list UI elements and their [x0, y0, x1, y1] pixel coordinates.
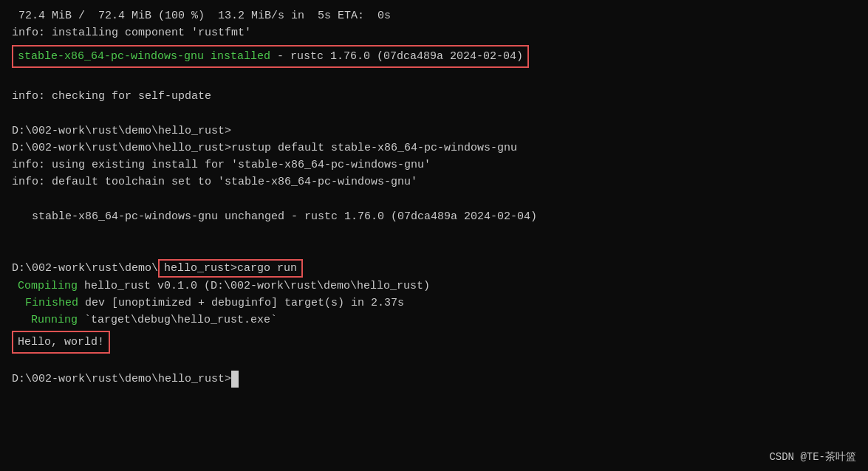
empty-line-6 [12, 354, 856, 371]
info-using-existing-line: info: using existing install for 'stable… [12, 157, 856, 173]
hello-world-container: Hello, world! [12, 331, 856, 354]
empty-line-4 [12, 225, 856, 242]
cargo-run-line: D:\002-work\rust\demo\hello_rust>cargo r… [12, 260, 856, 277]
finished-line: Finished dev [unoptimized + debuginfo] t… [12, 295, 856, 312]
terminal: 72.4 MiB / 72.4 MiB (100 %) 13.2 MiB/s i… [0, 0, 868, 471]
rustup-default-line: D:\002-work\rust\demo\hello_rust>rustup … [12, 140, 856, 157]
empty-line-2 [12, 105, 856, 122]
prompt-line-1: D:\002-work\rust\demo\hello_rust> [12, 123, 856, 140]
info-default-toolchain-line: info: default toolchain set to 'stable-x… [12, 173, 856, 190]
running-line: Running `target\debug\hello_rust.exe` [12, 312, 856, 329]
stable-unchanged-line: stable-x86_64-pc-windows-gnu unchanged -… [12, 208, 856, 225]
stable-installed-box: stable-x86_64-pc-windows-gnu installed -… [12, 45, 856, 68]
compiling-line: Compiling hello_rust v0.1.0 (D:\002-work… [12, 278, 856, 295]
compiling-keyword: Compiling [18, 280, 78, 292]
running-keyword: Running [31, 314, 78, 326]
stable-installed-highlight: stable-x86_64-pc-windows-gnu installed -… [12, 45, 529, 68]
hello-world-text: Hello, world! [12, 331, 110, 354]
info-installing-line: info: installing component 'rustfmt' [12, 24, 856, 41]
progress-line: 72.4 MiB / 72.4 MiB (100 %) 13.2 MiB/s i… [12, 7, 856, 24]
rustc-version-text: - rustc 1.76.0 (07dca489a 2024-02-04) [270, 50, 523, 63]
prompt-prefix: D:\002-work\rust\demo\ [12, 262, 158, 275]
watermark: CSDN @TE-茶叶篮 [769, 450, 856, 464]
finished-keyword: Finished [25, 297, 78, 309]
empty-line-5 [12, 242, 856, 259]
stable-installed-text: stable-x86_64-pc-windows-gnu installed [18, 50, 270, 63]
final-prompt-line: D:\002-work\rust\demo\hello_rust> [12, 371, 856, 388]
finished-rest: dev [unoptimized + debuginfo] target(s) … [78, 297, 404, 309]
empty-line-3 [12, 191, 856, 208]
info-checking-line: info: checking for self-update [12, 88, 856, 105]
empty-line-1 [12, 71, 856, 88]
compiling-rest: hello_rust v0.1.0 (D:\002-work\rust\demo… [78, 280, 430, 292]
cargo-run-highlight: hello_rust>cargo run [158, 259, 303, 278]
running-rest: `target\debug\hello_rust.exe` [78, 314, 277, 326]
